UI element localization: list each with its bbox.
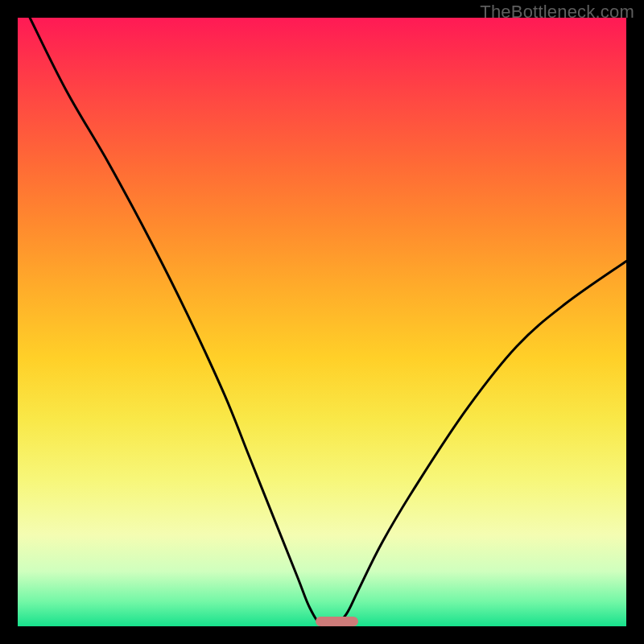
chart-frame: TheBottleneck.com xyxy=(0,0,644,644)
watermark-text: TheBottleneck.com xyxy=(480,2,634,23)
optimal-range-marker xyxy=(316,617,358,626)
plot-area xyxy=(18,18,626,626)
bottleneck-curve xyxy=(18,18,626,626)
